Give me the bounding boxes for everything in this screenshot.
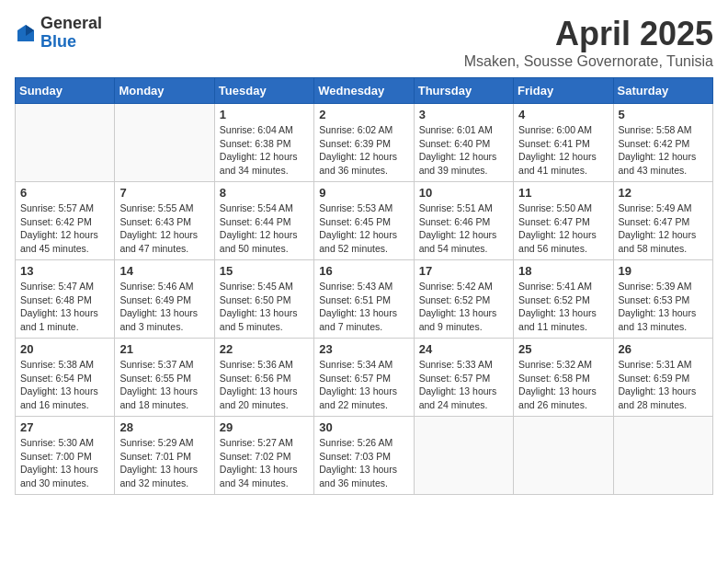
day-info: Sunrise: 5:36 AM Sunset: 6:56 PM Dayligh… — [220, 358, 309, 412]
day-number: 14 — [119, 264, 209, 278]
day-info: Sunrise: 5:38 AM Sunset: 6:54 PM Dayligh… — [20, 358, 109, 412]
calendar-cell: 15Sunrise: 5:45 AM Sunset: 6:50 PM Dayli… — [214, 260, 313, 339]
calendar-cell: 21Sunrise: 5:37 AM Sunset: 6:55 PM Dayli… — [115, 339, 214, 417]
calendar-cell: 3Sunrise: 6:01 AM Sunset: 6:40 PM Daylig… — [414, 104, 513, 182]
calendar-cell: 8Sunrise: 5:54 AM Sunset: 6:44 PM Daylig… — [214, 182, 313, 260]
day-info: Sunrise: 5:31 AM Sunset: 6:59 PM Dayligh… — [619, 358, 708, 412]
calendar-cell: 19Sunrise: 5:39 AM Sunset: 6:53 PM Dayli… — [613, 260, 712, 339]
week-row-5: 27Sunrise: 5:30 AM Sunset: 7:00 PM Dayli… — [16, 417, 713, 495]
calendar-table: SundayMondayTuesdayWednesdayThursdayFrid… — [15, 77, 713, 495]
week-row-1: 1Sunrise: 6:04 AM Sunset: 6:38 PM Daylig… — [16, 104, 713, 182]
calendar-cell: 10Sunrise: 5:51 AM Sunset: 6:46 PM Dayli… — [414, 182, 513, 260]
calendar-cell: 6Sunrise: 5:57 AM Sunset: 6:42 PM Daylig… — [16, 182, 115, 260]
weekday-header-saturday: Saturday — [613, 78, 712, 104]
day-info: Sunrise: 5:47 AM Sunset: 6:48 PM Dayligh… — [20, 280, 109, 334]
calendar-cell: 23Sunrise: 5:34 AM Sunset: 6:57 PM Dayli… — [314, 339, 414, 417]
day-number: 20 — [20, 342, 109, 356]
weekday-header-thursday: Thursday — [414, 78, 513, 104]
weekday-header-row: SundayMondayTuesdayWednesdayThursdayFrid… — [16, 78, 713, 104]
day-number: 7 — [119, 186, 209, 200]
logo-icon — [15, 22, 37, 44]
calendar-cell: 25Sunrise: 5:32 AM Sunset: 6:58 PM Dayli… — [514, 339, 613, 417]
day-info: Sunrise: 5:57 AM Sunset: 6:42 PM Dayligh… — [20, 201, 109, 256]
day-info: Sunrise: 5:58 AM Sunset: 6:42 PM Dayligh… — [619, 123, 708, 178]
calendar-cell: 14Sunrise: 5:46 AM Sunset: 6:49 PM Dayli… — [115, 260, 214, 339]
day-info: Sunrise: 5:29 AM Sunset: 7:01 PM Dayligh… — [119, 436, 209, 490]
day-info: Sunrise: 5:33 AM Sunset: 6:57 PM Dayligh… — [419, 358, 508, 412]
day-info: Sunrise: 5:50 AM Sunset: 6:47 PM Dayligh… — [518, 201, 608, 256]
day-info: Sunrise: 5:42 AM Sunset: 6:52 PM Dayligh… — [419, 280, 508, 334]
calendar-cell: 24Sunrise: 5:33 AM Sunset: 6:57 PM Dayli… — [414, 339, 513, 417]
calendar-cell: 1Sunrise: 6:04 AM Sunset: 6:38 PM Daylig… — [214, 104, 313, 182]
weekday-header-wednesday: Wednesday — [314, 78, 414, 104]
day-number: 10 — [419, 186, 508, 200]
weekday-header-friday: Friday — [514, 78, 613, 104]
week-row-2: 6Sunrise: 5:57 AM Sunset: 6:42 PM Daylig… — [16, 182, 713, 260]
day-number: 2 — [319, 108, 408, 121]
week-row-4: 20Sunrise: 5:38 AM Sunset: 6:54 PM Dayli… — [16, 339, 713, 417]
day-info: Sunrise: 5:51 AM Sunset: 6:46 PM Dayligh… — [419, 201, 508, 256]
calendar-cell: 12Sunrise: 5:49 AM Sunset: 6:47 PM Dayli… — [613, 182, 712, 260]
day-info: Sunrise: 5:39 AM Sunset: 6:53 PM Dayligh… — [619, 280, 708, 334]
day-info: Sunrise: 5:27 AM Sunset: 7:02 PM Dayligh… — [220, 436, 309, 490]
calendar-cell: 2Sunrise: 6:02 AM Sunset: 6:39 PM Daylig… — [314, 104, 414, 182]
day-info: Sunrise: 6:02 AM Sunset: 6:39 PM Dayligh… — [319, 123, 408, 178]
day-info: Sunrise: 5:26 AM Sunset: 7:03 PM Dayligh… — [319, 436, 408, 490]
day-number: 29 — [220, 420, 309, 434]
day-number: 24 — [419, 342, 508, 356]
day-number: 21 — [119, 342, 209, 356]
day-info: Sunrise: 5:43 AM Sunset: 6:51 PM Dayligh… — [319, 280, 408, 334]
day-number: 5 — [619, 108, 708, 121]
calendar-cell — [514, 417, 613, 495]
calendar-cell: 22Sunrise: 5:36 AM Sunset: 6:56 PM Dayli… — [214, 339, 313, 417]
day-info: Sunrise: 6:01 AM Sunset: 6:40 PM Dayligh… — [419, 123, 508, 178]
day-number: 8 — [220, 186, 309, 200]
logo-general-text: General — [40, 15, 102, 33]
calendar-cell: 28Sunrise: 5:29 AM Sunset: 7:01 PM Dayli… — [115, 417, 214, 495]
calendar-cell: 20Sunrise: 5:38 AM Sunset: 6:54 PM Dayli… — [16, 339, 115, 417]
day-number: 1 — [220, 108, 309, 121]
calendar-cell: 4Sunrise: 6:00 AM Sunset: 6:41 PM Daylig… — [514, 104, 613, 182]
location-title: Msaken, Sousse Governorate, Tunisia — [464, 53, 713, 70]
calendar-cell — [115, 104, 214, 182]
day-number: 22 — [220, 342, 309, 356]
day-number: 27 — [20, 420, 109, 434]
calendar-cell: 17Sunrise: 5:42 AM Sunset: 6:52 PM Dayli… — [414, 260, 513, 339]
month-title: April 2025 — [464, 15, 713, 53]
calendar-cell: 7Sunrise: 5:55 AM Sunset: 6:43 PM Daylig… — [115, 182, 214, 260]
day-number: 25 — [518, 342, 608, 356]
title-section: April 2025 Msaken, Sousse Governorate, T… — [464, 15, 713, 70]
calendar-cell — [414, 417, 513, 495]
weekday-header-monday: Monday — [115, 78, 214, 104]
calendar-cell: 9Sunrise: 5:53 AM Sunset: 6:45 PM Daylig… — [314, 182, 414, 260]
day-number: 16 — [319, 264, 408, 278]
day-number: 11 — [518, 186, 608, 200]
day-number: 26 — [619, 342, 708, 356]
day-number: 9 — [319, 186, 408, 200]
day-info: Sunrise: 5:34 AM Sunset: 6:57 PM Dayligh… — [319, 358, 408, 412]
day-number: 23 — [319, 342, 408, 356]
calendar-cell: 11Sunrise: 5:50 AM Sunset: 6:47 PM Dayli… — [514, 182, 613, 260]
day-info: Sunrise: 5:37 AM Sunset: 6:55 PM Dayligh… — [119, 358, 209, 412]
week-row-3: 13Sunrise: 5:47 AM Sunset: 6:48 PM Dayli… — [16, 260, 713, 339]
day-info: Sunrise: 6:00 AM Sunset: 6:41 PM Dayligh… — [518, 123, 608, 178]
day-number: 6 — [20, 186, 109, 200]
day-number: 12 — [619, 186, 708, 200]
calendar-cell — [16, 104, 115, 182]
calendar-cell: 16Sunrise: 5:43 AM Sunset: 6:51 PM Dayli… — [314, 260, 414, 339]
day-number: 28 — [119, 420, 209, 434]
day-number: 15 — [220, 264, 309, 278]
day-info: Sunrise: 5:32 AM Sunset: 6:58 PM Dayligh… — [518, 358, 608, 412]
logo-blue-text: Blue — [40, 33, 102, 52]
weekday-header-sunday: Sunday — [16, 78, 115, 104]
calendar-cell: 30Sunrise: 5:26 AM Sunset: 7:03 PM Dayli… — [314, 417, 414, 495]
calendar-cell: 13Sunrise: 5:47 AM Sunset: 6:48 PM Dayli… — [16, 260, 115, 339]
calendar-cell: 26Sunrise: 5:31 AM Sunset: 6:59 PM Dayli… — [613, 339, 712, 417]
day-info: Sunrise: 5:46 AM Sunset: 6:49 PM Dayligh… — [119, 280, 209, 334]
day-info: Sunrise: 5:41 AM Sunset: 6:52 PM Dayligh… — [518, 280, 608, 334]
day-number: 30 — [319, 420, 408, 434]
day-number: 13 — [20, 264, 109, 278]
day-info: Sunrise: 6:04 AM Sunset: 6:38 PM Dayligh… — [220, 123, 309, 178]
calendar-cell: 29Sunrise: 5:27 AM Sunset: 7:02 PM Dayli… — [214, 417, 313, 495]
calendar-cell — [613, 417, 712, 495]
